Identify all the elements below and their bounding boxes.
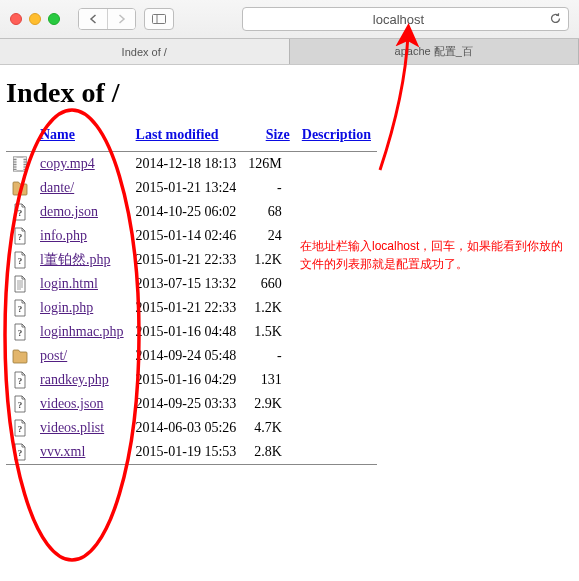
file-size: 660	[242, 272, 295, 296]
unknown-icon: ?	[12, 419, 28, 437]
annotation-text: 在地址栏输入localhost，回车，如果能看到你放的文件的列表那就是配置成功了…	[300, 237, 570, 273]
col-name[interactable]: Name	[40, 127, 75, 142]
file-description	[296, 320, 377, 344]
unknown-icon: ?	[12, 371, 28, 389]
table-row: ?demo.json2014-10-25 06:0268	[6, 200, 377, 224]
forward-button[interactable]	[107, 9, 135, 29]
file-description	[296, 176, 377, 200]
file-date: 2014-12-18 18:13	[130, 152, 243, 176]
folder-icon	[12, 179, 28, 197]
svg-text:?: ?	[18, 304, 23, 314]
file-description	[296, 368, 377, 392]
svg-text:?: ?	[18, 376, 23, 386]
file-date: 2015-01-16 04:29	[130, 368, 243, 392]
unknown-icon: ?	[12, 323, 28, 341]
file-date: 2014-06-03 05:26	[130, 416, 243, 440]
text-icon	[12, 275, 28, 293]
file-size: 1.2K	[242, 296, 295, 320]
file-link[interactable]: videos.json	[40, 396, 103, 411]
tab-label: Index of /	[122, 46, 167, 58]
file-description	[296, 392, 377, 416]
toolbar: localhost	[0, 0, 579, 38]
file-link[interactable]: copy.mp4	[40, 156, 95, 171]
svg-text:?: ?	[18, 448, 23, 458]
tab-label: apache 配置_百	[395, 44, 473, 59]
svg-text:?: ?	[18, 328, 23, 338]
table-row: ?videos.json2014-09-25 03:332.9K	[6, 392, 377, 416]
file-date: 2014-10-25 06:02	[130, 200, 243, 224]
file-date: 2015-01-16 04:48	[130, 320, 243, 344]
file-size: 131	[242, 368, 295, 392]
file-date: 2015-01-21 22:33	[130, 248, 243, 272]
file-link[interactable]: info.php	[40, 228, 87, 243]
file-listing-table: Name Last modified Size Description copy…	[6, 119, 377, 465]
back-button[interactable]	[79, 9, 107, 29]
file-size: 1.5K	[242, 320, 295, 344]
unknown-icon: ?	[12, 251, 28, 269]
file-link[interactable]: randkey.php	[40, 372, 109, 387]
file-description	[296, 440, 377, 464]
file-size: -	[242, 344, 295, 368]
unknown-icon: ?	[12, 443, 28, 461]
svg-text:?: ?	[18, 256, 23, 266]
svg-rect-3	[14, 157, 17, 171]
file-size: 2.9K	[242, 392, 295, 416]
file-size: 2.8K	[242, 440, 295, 464]
file-size: 68	[242, 200, 295, 224]
zoom-window-icon[interactable]	[48, 13, 60, 25]
file-description	[296, 272, 377, 296]
minimize-window-icon[interactable]	[29, 13, 41, 25]
unknown-icon: ?	[12, 203, 28, 221]
table-row: ?loginhmac.php2015-01-16 04:481.5K	[6, 320, 377, 344]
file-description	[296, 296, 377, 320]
chevron-left-icon	[89, 14, 98, 24]
page-title: Index of /	[6, 77, 573, 109]
table-row: ?vvv.xml2015-01-19 15:532.8K	[6, 440, 377, 464]
col-description[interactable]: Description	[302, 127, 371, 142]
file-description	[296, 152, 377, 176]
sidebar-button[interactable]	[144, 8, 174, 30]
unknown-icon: ?	[12, 395, 28, 413]
file-description	[296, 416, 377, 440]
svg-text:?: ?	[18, 232, 23, 242]
table-row: ?login.php2015-01-21 22:331.2K	[6, 296, 377, 320]
nav-buttons	[78, 8, 136, 30]
url-bar[interactable]: localhost	[242, 7, 569, 31]
file-link[interactable]: vvv.xml	[40, 444, 85, 459]
table-row: login.html2013-07-15 13:32660	[6, 272, 377, 296]
file-link[interactable]: demo.json	[40, 204, 98, 219]
tab-index[interactable]: Index of /	[0, 39, 290, 64]
file-date: 2015-01-21 13:24	[130, 176, 243, 200]
tab-apache[interactable]: apache 配置_百	[290, 39, 580, 64]
file-size: 126M	[242, 152, 295, 176]
unknown-icon: ?	[12, 227, 28, 245]
file-link[interactable]: login.php	[40, 300, 93, 315]
file-description	[296, 344, 377, 368]
file-date: 2014-09-25 03:33	[130, 392, 243, 416]
reload-icon	[549, 12, 562, 25]
svg-text:?: ?	[18, 424, 23, 434]
svg-rect-4	[24, 157, 27, 171]
table-row: dante/2015-01-21 13:24-	[6, 176, 377, 200]
svg-rect-0	[153, 15, 166, 24]
file-date: 2015-01-21 22:33	[130, 296, 243, 320]
file-date: 2015-01-19 15:53	[130, 440, 243, 464]
file-size: 24	[242, 224, 295, 248]
col-size[interactable]: Size	[266, 127, 290, 142]
url-text: localhost	[249, 12, 548, 27]
close-window-icon[interactable]	[10, 13, 22, 25]
file-size: 4.7K	[242, 416, 295, 440]
col-modified[interactable]: Last modified	[136, 127, 219, 142]
traffic-lights	[10, 13, 70, 25]
file-link[interactable]: dante/	[40, 180, 74, 195]
file-link[interactable]: post/	[40, 348, 67, 363]
file-link[interactable]: videos.plist	[40, 420, 104, 435]
table-row: ?randkey.php2015-01-16 04:29131	[6, 368, 377, 392]
file-link[interactable]: l董铂然.php	[40, 252, 110, 267]
file-link[interactable]: login.html	[40, 276, 98, 291]
file-link[interactable]: loginhmac.php	[40, 324, 124, 339]
reload-button[interactable]	[548, 12, 562, 26]
unknown-icon: ?	[12, 299, 28, 317]
file-date: 2015-01-14 02:46	[130, 224, 243, 248]
file-date: 2013-07-15 13:32	[130, 272, 243, 296]
